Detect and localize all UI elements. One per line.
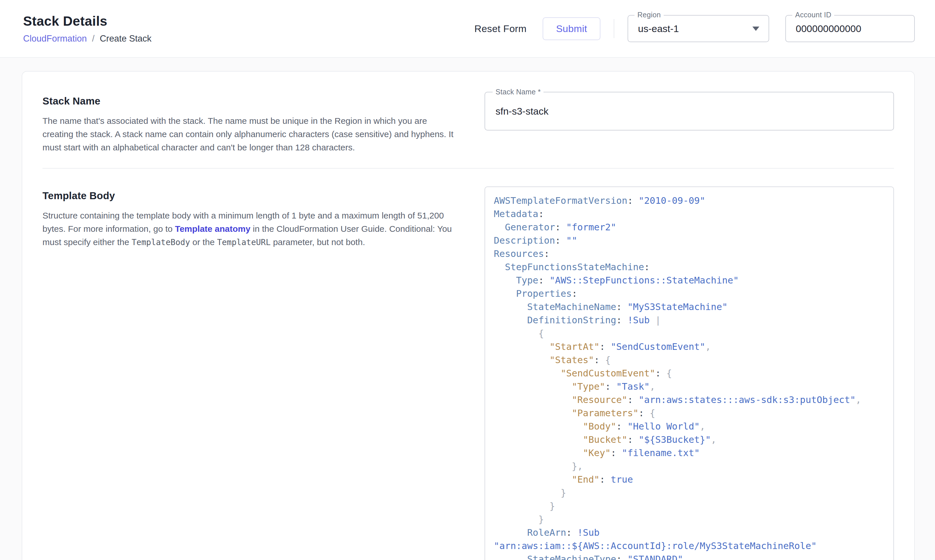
breadcrumb-separator: / <box>92 34 95 44</box>
account-id-label: Account ID <box>792 11 834 19</box>
code-line: "Type": "Task", <box>494 380 885 393</box>
code-line: Properties: <box>494 287 885 300</box>
stack-name-input-label: Stack Name * <box>493 88 543 96</box>
template-body-section: Template Body Structure containing the t… <box>42 169 894 560</box>
header: Stack Details CloudFormation / Create St… <box>0 0 935 58</box>
breadcrumb-current: Create Stack <box>100 34 151 44</box>
chevron-down-icon <box>752 26 759 31</box>
code-line: "arn:aws:iam::${AWS::AccountId}:role/MyS… <box>494 539 885 552</box>
account-id-field[interactable]: Account ID 000000000000 <box>785 15 915 42</box>
reset-form-button[interactable]: Reset Form <box>466 18 535 39</box>
description-text: parameter, but not both. <box>271 237 365 247</box>
region-select[interactable]: Region us-east-1 <box>628 15 769 42</box>
code-line: "States": { <box>494 353 885 366</box>
region-select-value: us-east-1 <box>638 23 679 34</box>
code-line: "Key": "filename.txt" <box>494 446 885 460</box>
code-line: } <box>494 486 885 499</box>
code-line: "Bucket": "${S3Bucket}", <box>494 433 885 446</box>
code-line: Generator: "former2" <box>494 220 885 234</box>
code-line: } <box>494 513 885 526</box>
breadcrumb-link-cloudformation[interactable]: CloudFormation <box>23 34 87 44</box>
code-line: RoleArn: !Sub <box>494 526 885 539</box>
code-line: DefinitionString: !Sub | <box>494 314 885 327</box>
submit-button[interactable]: Submit <box>543 17 600 40</box>
stack-name-input-value: sfn-s3-stack <box>495 106 548 117</box>
code-line: { <box>494 327 885 340</box>
region-select-label: Region <box>634 11 664 19</box>
stack-name-section: Stack Name The name that's associated wi… <box>42 72 894 154</box>
code-line: } <box>494 499 885 513</box>
template-body-param-token: TemplateBody <box>131 238 190 247</box>
stack-name-field-col: Stack Name * sfn-s3-stack <box>484 92 894 131</box>
page-title: Stack Details <box>23 13 151 29</box>
code-line: Resources: <box>494 247 885 260</box>
description-text: or the <box>190 237 217 247</box>
header-actions: Reset Form Submit Region us-east-1 Accou… <box>466 15 915 42</box>
code-line: }, <box>494 460 885 473</box>
code-line: StateMachineType: "STANDARD" <box>494 552 885 560</box>
code-line: "StartAt": "SendCustomEvent", <box>494 340 885 353</box>
template-body-description: Structure containing the template body w… <box>42 209 456 249</box>
stack-name-input[interactable]: Stack Name * sfn-s3-stack <box>484 92 894 131</box>
code-line: StateMachineName: "MyS3StateMachine" <box>494 300 885 314</box>
template-body-editor[interactable]: AWSTemplateFormatVersion: "2010-09-09"Me… <box>484 186 894 560</box>
template-url-param-token: TemplateURL <box>217 238 270 247</box>
header-title-block: Stack Details CloudFormation / Create St… <box>23 13 151 44</box>
template-anatomy-link[interactable]: Template anatomy <box>175 224 250 234</box>
create-stack-card: Stack Name The name that's associated wi… <box>22 71 915 560</box>
code-line: "End": true <box>494 473 885 486</box>
stack-name-description: The name that's associated with the stac… <box>42 114 456 154</box>
account-id-value: 000000000000 <box>796 23 861 34</box>
code-line: Type: "AWS::StepFunctions::StateMachine" <box>494 274 885 287</box>
code-line: AWSTemplateFormatVersion: "2010-09-09" <box>494 194 885 207</box>
stack-name-info: Stack Name The name that's associated wi… <box>42 95 456 154</box>
code-line: "SendCustomEvent": { <box>494 366 885 380</box>
breadcrumb: CloudFormation / Create Stack <box>23 34 151 44</box>
template-body-heading: Template Body <box>42 190 456 202</box>
code-line: StepFunctionsStateMachine: <box>494 260 885 274</box>
template-editor-code: AWSTemplateFormatVersion: "2010-09-09"Me… <box>494 194 885 560</box>
code-line: "Parameters": { <box>494 406 885 420</box>
code-line: "Resource": "arn:aws:states:::aws-sdk:s3… <box>494 393 885 406</box>
code-line: Description: "" <box>494 234 885 247</box>
template-body-editor-col: AWSTemplateFormatVersion: "2010-09-09"Me… <box>484 186 894 560</box>
code-line: Metadata: <box>494 207 885 220</box>
code-line: "Body": "Hello World", <box>494 420 885 433</box>
stack-name-heading: Stack Name <box>42 95 456 107</box>
header-divider <box>614 19 614 38</box>
template-body-info: Template Body Structure containing the t… <box>42 190 456 249</box>
main-content: Stack Name The name that's associated wi… <box>0 71 935 560</box>
